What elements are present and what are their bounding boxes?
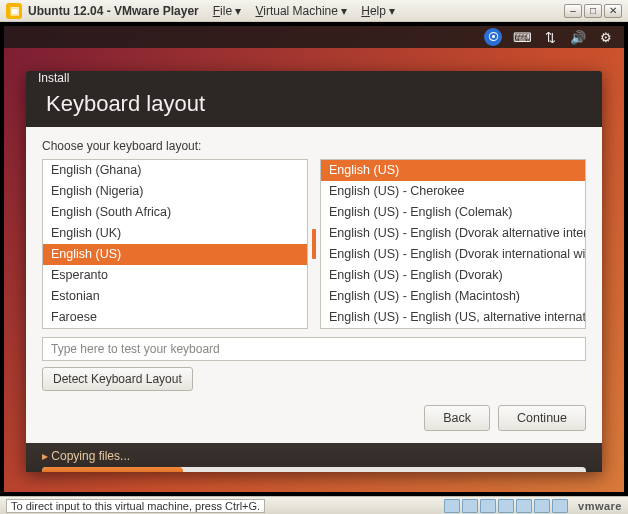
installer-window-title: Install bbox=[38, 71, 69, 85]
detect-keyboard-button[interactable]: Detect Keyboard Layout bbox=[42, 367, 193, 391]
device-icon[interactable] bbox=[480, 499, 496, 513]
accessibility-icon[interactable]: ⦿ bbox=[484, 28, 502, 46]
vmware-window-title: Ubuntu 12.04 - VMware Player bbox=[28, 4, 199, 18]
minimize-button[interactable]: – bbox=[564, 4, 582, 18]
list-item[interactable]: English (US) - English (Colemak) bbox=[321, 202, 585, 223]
list-item[interactable]: English (US) - English (US, internationa… bbox=[321, 328, 585, 329]
power-icon[interactable]: ⚙ bbox=[598, 29, 614, 45]
continue-button[interactable]: Continue bbox=[498, 405, 586, 431]
list-item[interactable]: English (US) - English (Dvorak internati… bbox=[321, 244, 585, 265]
language-listbox[interactable]: English (Ghana)English (Nigeria)English … bbox=[42, 159, 308, 329]
menu-help[interactable]: Help ▾ bbox=[361, 4, 395, 18]
list-item[interactable]: English (Nigeria) bbox=[43, 181, 307, 202]
variant-listbox[interactable]: English (US)English (US) - CherokeeEngli… bbox=[320, 159, 586, 329]
choose-layout-label: Choose your keyboard layout: bbox=[42, 139, 586, 153]
progress-bar bbox=[42, 467, 586, 472]
list-item[interactable]: Filipino bbox=[43, 328, 307, 329]
list-item[interactable]: English (US) bbox=[321, 160, 585, 181]
list-item[interactable]: English (US) bbox=[43, 244, 307, 265]
vmware-titlebar: ▣ Ubuntu 12.04 - VMware Player File ▾ Vi… bbox=[0, 0, 628, 22]
progress-fill bbox=[42, 467, 183, 472]
list-item[interactable]: Estonian bbox=[43, 286, 307, 307]
list-item[interactable]: English (US) - English (Dvorak alternati… bbox=[321, 223, 585, 244]
installer-header: Keyboard layout bbox=[26, 85, 602, 127]
back-button[interactable]: Back bbox=[424, 405, 490, 431]
installer-body: Choose your keyboard layout: English (Gh… bbox=[26, 127, 602, 443]
device-icon[interactable] bbox=[498, 499, 514, 513]
list-item[interactable]: English (South Africa) bbox=[43, 202, 307, 223]
list-item[interactable]: Faroese bbox=[43, 307, 307, 328]
page-title: Keyboard layout bbox=[46, 91, 582, 117]
device-icon[interactable] bbox=[552, 499, 568, 513]
list-item[interactable]: English (US) - English (Macintosh) bbox=[321, 286, 585, 307]
progress-label: Copying files... bbox=[42, 449, 586, 463]
device-icon[interactable] bbox=[516, 499, 532, 513]
list-item[interactable]: English (Ghana) bbox=[43, 160, 307, 181]
keyboard-indicator-icon[interactable]: ⌨ bbox=[514, 29, 530, 45]
ubuntu-desktop: ⦿ ⌨ ⇅ 🔊 ⚙ Install Keyboard layout Choose… bbox=[4, 26, 624, 492]
list-item[interactable]: English (UK) bbox=[43, 223, 307, 244]
device-icon[interactable] bbox=[444, 499, 460, 513]
layout-lists: English (Ghana)English (Nigeria)English … bbox=[42, 159, 586, 329]
sound-icon[interactable]: 🔊 bbox=[570, 29, 586, 45]
network-icon[interactable]: ⇅ bbox=[542, 29, 558, 45]
vmware-brand-label: vmware bbox=[578, 500, 622, 512]
device-icon[interactable] bbox=[462, 499, 478, 513]
installer-titlebar[interactable]: Install bbox=[26, 71, 602, 85]
ubuntu-top-panel: ⦿ ⌨ ⇅ 🔊 ⚙ bbox=[4, 26, 624, 48]
device-icon[interactable] bbox=[534, 499, 550, 513]
list-item[interactable]: English (US) - English (US, alternative … bbox=[321, 307, 585, 328]
keyboard-test-input[interactable] bbox=[42, 337, 586, 361]
progress-area: Copying files... bbox=[26, 443, 602, 472]
vmware-device-icons bbox=[444, 499, 568, 513]
vmware-logo-icon: ▣ bbox=[6, 3, 22, 19]
vmware-menu-bar: File ▾ Virtual Machine ▾ Help ▾ bbox=[213, 4, 396, 18]
nav-buttons: Back Continue bbox=[42, 405, 586, 431]
menu-virtual-machine[interactable]: Virtual Machine ▾ bbox=[255, 4, 347, 18]
close-button[interactable]: ✕ bbox=[604, 4, 622, 18]
list-item[interactable]: Esperanto bbox=[43, 265, 307, 286]
installer-window: Install Keyboard layout Choose your keyb… bbox=[26, 71, 602, 472]
guest-display: ⦿ ⌨ ⇅ 🔊 ⚙ Install Keyboard layout Choose… bbox=[0, 22, 628, 496]
menu-file[interactable]: File ▾ bbox=[213, 4, 242, 18]
maximize-button[interactable]: □ bbox=[584, 4, 602, 18]
vmware-status-bar: To direct input to this virtual machine,… bbox=[0, 496, 628, 514]
list-item[interactable]: English (US) - English (Dvorak) bbox=[321, 265, 585, 286]
vmware-input-hint: To direct input to this virtual machine,… bbox=[6, 499, 265, 513]
list-item[interactable]: English (US) - Cherokee bbox=[321, 181, 585, 202]
list-separator bbox=[312, 159, 316, 329]
vmware-window-controls: – □ ✕ bbox=[564, 4, 622, 18]
